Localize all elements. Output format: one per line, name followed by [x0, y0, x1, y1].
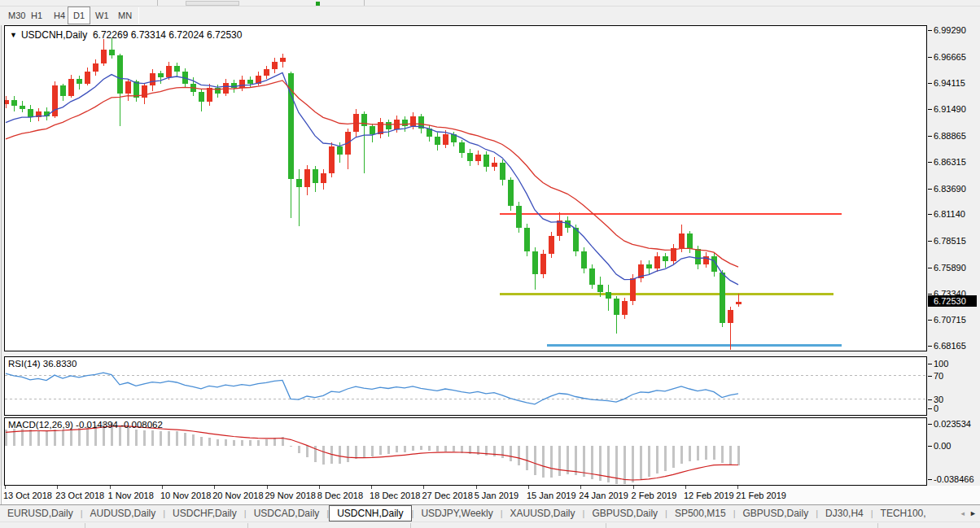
candle: [28, 105, 33, 122]
timeframe-button-d1[interactable]: D1: [68, 7, 90, 24]
timeframe-button-w1[interactable]: W1: [90, 7, 114, 24]
candle: [386, 120, 392, 137]
macd-histogram-bar: [713, 446, 715, 460]
macd-histogram-bar: [363, 446, 365, 458]
macd-histogram-bar: [396, 446, 398, 453]
macd-histogram-bar: [412, 446, 414, 451]
candle: [77, 76, 82, 89]
macd-histogram-bar: [656, 446, 658, 473]
timeframe-toolbar: M30H1H4D1W1MN: [0, 7, 980, 25]
candle: [378, 118, 383, 138]
candle: [150, 69, 155, 90]
tab-usdcnh-daily[interactable]: USDCNH,Daily: [329, 505, 411, 521]
candle: [370, 124, 375, 143]
candle: [728, 307, 733, 349]
rsi-canvas[interactable]: [5, 357, 926, 415]
symbol-dropdown-icon[interactable]: ▼: [10, 31, 17, 39]
candle: [52, 81, 58, 118]
date-axis-tick: [580, 486, 581, 489]
macd-histogram-bar: [314, 446, 317, 462]
rsi-axis-label: 100: [934, 359, 948, 369]
macd-histogram-bar: [265, 439, 268, 446]
macd-histogram-bar: [257, 440, 260, 446]
date-axis-label: 5 Jan 2019: [475, 491, 518, 500]
macd-histogram-bar: [485, 446, 488, 456]
price-axis-tick: [928, 268, 932, 268]
tab-sp500-m15[interactable]: SP500,M15: [667, 506, 733, 521]
candle: [321, 169, 326, 190]
candle: [492, 157, 497, 171]
candle: [60, 84, 66, 101]
tabs-scroll-left-icon[interactable]: ◂: [961, 509, 965, 517]
macd-histogram-bar: [436, 446, 439, 452]
macd-axis-label: 0.00: [934, 441, 951, 451]
candle: [638, 260, 644, 282]
tab-gbpusd-daily[interactable]: GBPUSD,Daily: [584, 506, 665, 521]
macd-histogram-bar: [70, 428, 72, 445]
tabs-scroll-right-icon[interactable]: ►: [969, 509, 977, 517]
macd-histogram-bar: [705, 446, 707, 460]
macd-histogram-bar: [192, 434, 195, 445]
tab-xauusd-daily[interactable]: XAUUSD,Daily: [503, 506, 583, 521]
candle: [646, 260, 652, 274]
macd-histogram-bar: [420, 446, 422, 451]
macd-axis-tick: [928, 424, 932, 425]
candle: [345, 129, 351, 169]
macd-histogram-bar: [306, 446, 308, 458]
candle: [264, 66, 269, 79]
macd-histogram-bar: [697, 446, 699, 461]
date-axis-tick: [267, 486, 268, 489]
macd-histogram-bar: [371, 446, 374, 457]
date-axis-label: 27 Dec 2018: [422, 491, 472, 500]
rsi-axis[interactable]: 10070300: [928, 356, 980, 416]
date-axis-label: 24 Jan 2019: [579, 491, 628, 500]
date-axis-tick: [162, 486, 163, 489]
macd-histogram-bar: [583, 446, 585, 477]
macd-histogram-bar: [453, 446, 455, 452]
candle: [703, 252, 709, 268]
ma-slow-line: [6, 81, 738, 267]
candle: [606, 285, 611, 311]
macd-axis[interactable]: 0.0235340.00-0.038466: [928, 417, 980, 486]
candle: [125, 79, 131, 101]
status-strip: [0, 521, 980, 528]
price-axis-label: 6.86315: [934, 157, 966, 167]
timeframe-button-mn[interactable]: MN: [113, 7, 137, 24]
rsi-axis-label: 70: [934, 371, 943, 381]
macd-histogram-bar: [225, 439, 227, 445]
macd-histogram-bar: [737, 446, 740, 466]
tab-tech100-[interactable]: TECH100,: [873, 506, 934, 521]
tab-usdchf-daily[interactable]: USDCHF,Daily: [165, 506, 244, 521]
chart-symbol-label: USDCNH,Daily: [21, 29, 87, 41]
macd-histogram-bar: [143, 430, 146, 445]
candle: [304, 165, 310, 195]
macd-histogram-bar: [78, 428, 81, 446]
tab-audusd-daily[interactable]: AUDUSD,Daily: [83, 506, 164, 521]
main-chart-canvas[interactable]: [5, 26, 926, 351]
tab-dj30-h4[interactable]: DJ30,H4: [818, 506, 871, 521]
tab-usdcad-daily[interactable]: USDCAD,Daily: [247, 506, 327, 521]
date-axis-label: 20 Nov 2018: [212, 491, 263, 500]
macd-axis-tick: [928, 479, 932, 480]
macd-histogram-bar: [567, 446, 569, 475]
macd-histogram-bar: [444, 446, 447, 452]
candle: [329, 142, 335, 177]
date-axis-label: 2 Feb 2019: [632, 491, 677, 500]
price-axis-label: 6.88865: [934, 131, 966, 141]
macd-histogram-bar: [322, 446, 325, 465]
timeframe-button-h1[interactable]: H1: [26, 7, 47, 24]
macd-histogram-bar: [510, 446, 512, 461]
rsi-line: [6, 373, 738, 404]
tab-eurusd-daily[interactable]: EURUSD,Daily: [0, 506, 81, 521]
macd-histogram-bar: [168, 431, 170, 446]
candle: [20, 101, 25, 112]
tab-gbpusd-daily[interactable]: GBPUSD,Daily: [736, 506, 816, 521]
candle: [247, 76, 253, 88]
candle: [207, 84, 212, 106]
tab-usdjpy-weekly[interactable]: USDJPY,Weekly: [413, 506, 500, 521]
chart-tabs-bar: EURUSD,Daily|AUDUSD,Daily|USDCHF,Daily|U…: [0, 504, 980, 521]
macd-histogram-bar: [648, 446, 650, 477]
date-axis[interactable]: 13 Oct 201823 Oct 20181 Nov 201810 Nov 2…: [0, 486, 980, 504]
candle: [288, 72, 294, 218]
rsi-panel: RSI(14) 36.8330: [4, 356, 927, 416]
